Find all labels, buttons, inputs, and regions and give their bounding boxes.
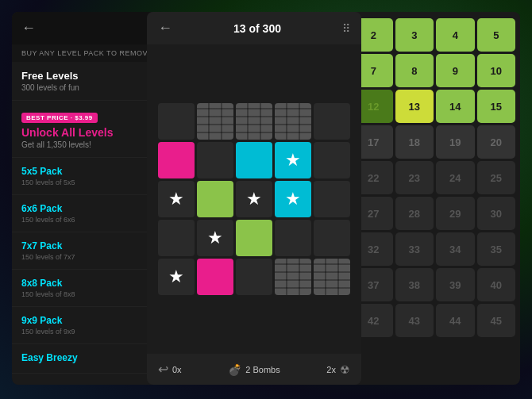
pack-subtitle-0: 150 levels of 5x5 <box>21 178 75 186</box>
star-2-0: ★ <box>168 189 184 209</box>
level-cell-28[interactable]: 28 <box>395 197 434 230</box>
level-select-panel: 2345789101213141517181920222324252728293… <box>349 12 520 385</box>
level-cell-13[interactable]: 13 <box>395 90 434 123</box>
level-cell-15[interactable]: 15 <box>477 90 516 123</box>
cell-3-4 <box>314 220 350 256</box>
cell-4-3 <box>275 259 311 295</box>
cell-1-2 <box>236 142 272 178</box>
level-cell-40[interactable]: 40 <box>477 268 516 301</box>
cell-2-3: ★ <box>275 181 311 217</box>
level-cell-14[interactable]: 14 <box>436 90 475 123</box>
pack-subtitle-4: 150 levels of 9x9 <box>21 328 75 336</box>
undo-icon: ↩ <box>158 362 168 377</box>
cell-0-0 <box>158 103 195 140</box>
undo-count: 0x <box>172 365 182 374</box>
level-cell-35[interactable]: 35 <box>477 232 516 266</box>
level-indicator: 13 of 300 <box>233 22 281 35</box>
back-arrow-game[interactable]: ← <box>158 20 172 36</box>
pack-subtitle-1: 150 levels of 6x6 <box>21 216 75 224</box>
star-1-3: ★ <box>285 150 301 171</box>
cell-4-1 <box>197 259 233 295</box>
star-2-3: ★ <box>285 189 301 209</box>
cell-1-3: ★ <box>275 142 311 178</box>
level-cell-3[interactable]: 3 <box>395 18 434 52</box>
best-price-badge: BEST PRICE · $3.99 <box>21 113 98 123</box>
cell-2-2: ★ <box>236 181 272 217</box>
level-cell-9[interactable]: 9 <box>436 54 475 87</box>
cell-2-0: ★ <box>158 181 195 217</box>
level-cell-38[interactable]: 38 <box>395 268 434 301</box>
cell-2-1 <box>197 181 233 217</box>
level-cell-5[interactable]: 5 <box>477 18 516 52</box>
cell-3-2 <box>236 220 272 256</box>
pack-title-4: 9x9 Pack <box>21 315 75 326</box>
pack-title-3: 8x8 Pack <box>21 278 75 289</box>
pack-subtitle-2: 150 levels of 7x7 <box>21 253 75 261</box>
cell-4-2 <box>236 259 272 295</box>
level-grid: 2345789101213141517181920222324252728293… <box>349 12 520 342</box>
level-cell-39[interactable]: 39 <box>436 268 475 301</box>
pack-title-2: 7x7 Pack <box>21 240 75 251</box>
bombs-count: 2 Bombs <box>245 365 279 374</box>
cell-2-4 <box>314 181 350 217</box>
level-cell-34[interactable]: 34 <box>436 232 475 266</box>
level-cell-45[interactable]: 45 <box>477 304 516 337</box>
cell-0-4 <box>314 103 350 140</box>
level-cell-19[interactable]: 19 <box>436 125 475 159</box>
level-cell-44[interactable]: 44 <box>436 304 475 337</box>
cell-1-0 <box>158 142 195 178</box>
level-cell-43[interactable]: 43 <box>395 304 434 337</box>
refresh-icon: ☢ <box>340 363 350 376</box>
cell-3-0 <box>158 220 195 256</box>
pack-title-1: 6x6 Pack <box>21 203 75 214</box>
level-cell-8[interactable]: 8 <box>395 54 434 87</box>
game-footer: ↩ 0x 💣 2 Bombs 2x ☢ <box>147 354 361 385</box>
cell-1-4 <box>314 142 350 178</box>
back-arrow-left[interactable]: ← <box>21 20 36 36</box>
level-cell-18[interactable]: 18 <box>395 125 434 159</box>
cell-0-1 <box>197 103 233 140</box>
cell-4-4 <box>314 259 350 295</box>
level-cell-25[interactable]: 25 <box>477 161 516 194</box>
cell-3-1: ★ <box>197 220 233 256</box>
level-cell-4[interactable]: 4 <box>436 18 475 52</box>
level-cell-30[interactable]: 30 <box>477 197 516 230</box>
cell-0-3 <box>275 103 311 140</box>
cell-0-2 <box>236 103 272 140</box>
bomb-icon: 💣 <box>228 363 241 376</box>
menu-icon[interactable]: ⠿ <box>342 22 350 35</box>
level-cell-33[interactable]: 33 <box>395 232 434 266</box>
star-4-0: ★ <box>168 267 184 287</box>
undo-item[interactable]: ↩ 0x <box>158 362 182 377</box>
cell-1-1 <box>197 142 233 178</box>
pack-title-0: 5x5 Pack <box>21 166 75 177</box>
game-header: ← 13 of 300 ⠿ <box>147 12 361 44</box>
star-3-1: ★ <box>207 228 223 248</box>
refresh-count: 2x <box>326 365 336 374</box>
bombs-item[interactable]: 💣 2 Bombs <box>228 363 279 376</box>
game-grid: ★ ★ ★ ★ ★ ★ <box>158 103 350 295</box>
level-cell-10[interactable]: 10 <box>477 54 516 87</box>
cell-3-3 <box>275 220 311 256</box>
cell-4-0: ★ <box>158 259 195 295</box>
pack-subtitle-3: 150 levels of 8x8 <box>21 290 75 298</box>
refresh-item[interactable]: 2x ☢ <box>326 363 350 376</box>
level-cell-20[interactable]: 20 <box>477 125 516 159</box>
star-2-2: ★ <box>246 189 262 209</box>
game-panel: ← 13 of 300 ⠿ ★ ★ ★ <box>147 12 361 385</box>
level-cell-29[interactable]: 29 <box>436 197 475 230</box>
level-cell-24[interactable]: 24 <box>436 161 475 194</box>
level-cell-23[interactable]: 23 <box>395 161 434 194</box>
game-board: ★ ★ ★ ★ ★ ★ <box>147 44 361 354</box>
pack-title-5: Easy Breezy <box>21 352 78 363</box>
